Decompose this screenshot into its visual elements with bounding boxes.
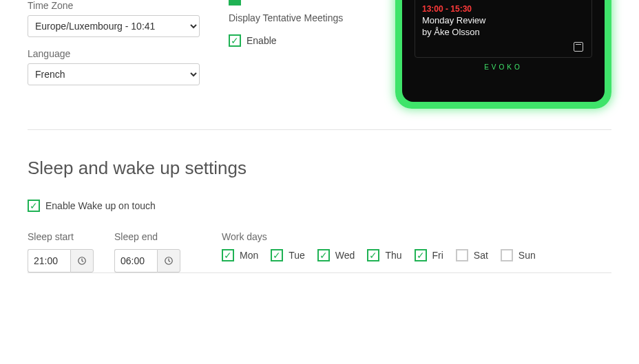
sleep-end-input[interactable]	[114, 249, 157, 272]
workday-tue-label: Tue	[289, 250, 305, 261]
device-meeting-time: 13:00 - 15:30	[422, 4, 585, 14]
device-brand: EVOKO	[415, 63, 592, 71]
workday-sat-checkbox[interactable]: ✓	[456, 249, 468, 261]
workday-thu-checkbox[interactable]: ✓	[367, 249, 379, 261]
workday-mon-checkbox[interactable]: ✓	[222, 249, 234, 261]
sleep-end-clock-button[interactable]	[157, 249, 180, 272]
workday-sun-checkbox[interactable]: ✓	[501, 249, 513, 261]
device-preview: 13:00 - 15:30 Monday Review by Åke Olsso…	[395, 0, 611, 109]
tentative-enable-label: Enable	[247, 35, 277, 46]
workday-fri-label: Fri	[432, 250, 443, 261]
workday-wed-label: Wed	[335, 250, 355, 261]
clock-icon	[164, 256, 174, 266]
workdays-label: Work days	[222, 231, 536, 242]
workday-fri-checkbox[interactable]: ✓	[415, 249, 427, 261]
workday-wed-checkbox[interactable]: ✓	[317, 249, 330, 261]
calendar-icon	[574, 42, 583, 52]
workday-thu-label: Thu	[385, 250, 401, 261]
workday-sat-label: Sat	[474, 250, 488, 261]
timezone-select[interactable]: Europe/Luxembourg - 10:41	[28, 15, 200, 37]
workday-mon-label: Mon	[240, 250, 258, 261]
sleep-start-input[interactable]	[28, 249, 70, 272]
tentative-heading: Display Tentative Meetings	[229, 12, 373, 23]
language-select[interactable]: French	[28, 63, 200, 85]
timezone-label: Time Zone	[28, 0, 213, 11]
sleep-end-label: Sleep end	[114, 231, 180, 242]
sleep-start-clock-button[interactable]	[70, 249, 94, 272]
workday-tue-checkbox[interactable]: ✓	[271, 249, 283, 261]
wake-on-touch-checkbox[interactable]: ✓	[28, 200, 40, 212]
workday-sun-label: Sun	[518, 250, 536, 261]
sleep-section-heading: Sleep and wake up settings	[28, 158, 611, 179]
clock-icon	[77, 256, 87, 266]
sleep-start-label: Sleep start	[28, 231, 94, 242]
device-meeting-by: by Åke Olsson	[422, 27, 585, 39]
tentative-enable-checkbox[interactable]: ✓	[229, 34, 241, 47]
device-meeting-title: Monday Review	[422, 15, 585, 27]
language-label: Language	[28, 48, 213, 59]
checkbox-partial-icon	[229, 0, 241, 6]
wake-on-touch-label: Enable Wake up on touch	[45, 200, 156, 211]
